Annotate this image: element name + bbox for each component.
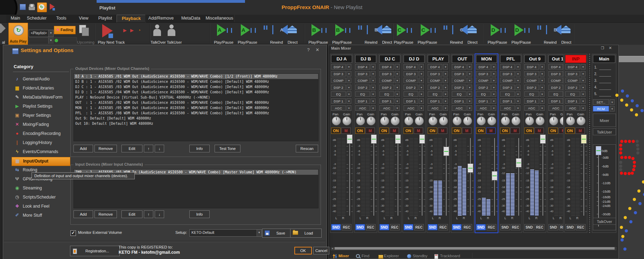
- channel-header-mon[interactable]: MON: [476, 55, 497, 63]
- play-pause-d-fading-button[interactable]: D: [514, 24, 524, 36]
- chevron-down-icon[interactable]: ▼: [346, 85, 351, 90]
- talkuser-button[interactable]: TalkUser: [164, 40, 184, 44]
- channel-mute-button[interactable]: M: [575, 128, 585, 134]
- tab-playback[interactable]: Playback: [117, 15, 146, 22]
- snd-button[interactable]: SND: [331, 224, 341, 230]
- dsp-button-dsp-3[interactable]: DSP 3: [331, 71, 346, 77]
- dsp-button-agc[interactable]: AGC: [524, 105, 539, 111]
- chevron-down-icon[interactable]: ▼: [610, 99, 615, 105]
- move-down-button[interactable]: ↓: [155, 145, 164, 152]
- sidebar-item-playlist-settings[interactable]: ▶Playlist Settings: [12, 102, 70, 111]
- dsp-button-dsp-4[interactable]: DSP 4: [524, 64, 539, 70]
- main-slot-5[interactable]: 5.: [594, 92, 615, 98]
- chevron-down-icon[interactable]: ▼: [516, 64, 520, 70]
- dsp-button-dsp-1[interactable]: DSP 1: [500, 98, 515, 104]
- chevron-down-icon[interactable]: ▼: [491, 98, 496, 104]
- chevron-down-icon[interactable]: ▼: [395, 78, 400, 83]
- rewind-c-button[interactable]: C: [461, 25, 468, 35]
- chevron-down-icon[interactable]: ▼: [443, 71, 448, 77]
- main-fader-handle[interactable]: [596, 146, 601, 155]
- chevron-down-icon[interactable]: ▼: [540, 98, 545, 104]
- dsp-button-dsp-4[interactable]: DSP 4: [565, 64, 580, 70]
- snd-button[interactable]: SND: [524, 224, 534, 230]
- chevron-down-icon[interactable]: ▼: [491, 64, 496, 70]
- channel-mute-button[interactable]: M: [534, 128, 544, 134]
- chevron-down-icon[interactable]: ▼: [395, 98, 400, 104]
- volume-fader-handle[interactable]: [468, 164, 473, 173]
- chevron-down-icon[interactable]: ▼: [346, 91, 351, 97]
- dsp-button-dsp-1[interactable]: DSP 1: [379, 98, 394, 104]
- dsp-button-dsp-2[interactable]: DSP 2: [452, 85, 467, 90]
- ok-button[interactable]: OK: [294, 247, 312, 254]
- chevron-down-icon[interactable]: ▼: [610, 106, 615, 111]
- input-info-button[interactable]: Info: [189, 210, 210, 218]
- rewind-b-button[interactable]: B: [375, 25, 382, 35]
- small-stack-icons[interactable]: ▐▐: [536, 26, 541, 29]
- channel-header-main[interactable]: Main: [593, 55, 615, 63]
- chevron-down-icon[interactable]: ▼: [491, 78, 496, 83]
- volume-fader-handle[interactable]: [371, 135, 377, 144]
- rec-button[interactable]: REC: [462, 224, 472, 230]
- main-slot-1[interactable]: 1.: [594, 65, 615, 72]
- dsp-button-dsp-3[interactable]: DSP 3: [428, 71, 442, 77]
- chevron-down-icon[interactable]: ▼: [395, 71, 400, 77]
- pan-knob[interactable]: [525, 116, 534, 125]
- sidebar-item-metadata-waveform[interactable]: ✎MetaData/WaveForm: [12, 93, 70, 102]
- close-icon[interactable]: ✕: [315, 47, 320, 52]
- chevron-down-icon[interactable]: ▼: [581, 85, 586, 90]
- play-pause-d-button[interactable]: D: [491, 24, 500, 36]
- dsp-button-dsp-3[interactable]: DSP 3: [565, 71, 580, 77]
- dsp-button-comp[interactable]: COMP: [565, 78, 580, 83]
- volume-fader-handle[interactable]: [492, 171, 497, 180]
- chevron-down-icon[interactable]: ▼: [346, 64, 351, 70]
- talkover-button[interactable]: TalkOver: [593, 218, 616, 225]
- chevron-down-icon[interactable]: ▼: [419, 71, 424, 77]
- dsp-button-comp[interactable]: COMP: [500, 78, 515, 83]
- dsp-button-comp[interactable]: COMP: [355, 78, 370, 83]
- channel-mute-button[interactable]: M: [341, 128, 351, 134]
- dsp-button-comp[interactable]: COMP: [404, 78, 418, 83]
- chevron-down-icon[interactable]: ▼: [540, 78, 545, 83]
- input-edit-button[interactable]: Edit: [121, 210, 142, 218]
- bottom-tab-trackboard[interactable]: Trackboard: [434, 253, 472, 259]
- chevron-down-icon[interactable]: ▼: [516, 105, 520, 111]
- set-button[interactable]: SET...: [593, 99, 609, 105]
- dsp-button-dsp-2[interactable]: DSP 2: [500, 85, 515, 90]
- tab-miscellaneous[interactable]: Miscellaneous: [205, 15, 234, 22]
- dsp-button-comp[interactable]: COMP: [379, 78, 394, 83]
- pan-knob[interactable]: [356, 116, 365, 125]
- move-up-button[interactable]: ↑: [144, 210, 153, 218]
- chevron-down-icon[interactable]: ▼: [467, 64, 472, 70]
- chevron-down-icon[interactable]: ▼: [516, 78, 520, 83]
- direct-c-button[interactable]: [468, 26, 477, 33]
- chevron-down-icon[interactable]: ▼: [395, 91, 400, 97]
- chevron-down-icon[interactable]: ▼: [540, 85, 545, 90]
- dsp-button-agc[interactable]: AGC: [355, 105, 370, 111]
- device-row[interactable]: DJ A : 1 - ASI6585 /01 WDM Out (AudioSci…: [74, 74, 318, 79]
- input-add-button[interactable]: Add: [74, 210, 93, 218]
- chevron-down-icon[interactable]: ▼: [581, 98, 586, 104]
- channel-on-button[interactable]: ON: [379, 128, 389, 134]
- snd-button[interactable]: SND: [379, 224, 389, 230]
- rec-button[interactable]: REC: [390, 224, 400, 230]
- rec-button[interactable]: REC: [342, 224, 351, 230]
- play-pause-c-fading-button[interactable]: C: [421, 24, 430, 36]
- chevron-down-icon[interactable]: ▼: [467, 91, 472, 97]
- tab-metadata[interactable]: MetaData: [177, 15, 205, 22]
- maximize-icon[interactable]: ❐: [601, 46, 604, 50]
- dsp-button-dsp-2[interactable]: DSP 2: [476, 85, 491, 90]
- device-row[interactable]: Out 9: Default [Default] WDM 48000Hz: [74, 116, 318, 121]
- dsp-button-dsp-3[interactable]: DSP 3: [548, 71, 563, 77]
- sidebar-item-encoding-recording[interactable]: ●Encoding/Recording: [12, 130, 70, 138]
- small-stack-icons[interactable]: ▐▐: [262, 26, 267, 29]
- chevron-down-icon[interactable]: ▼: [371, 98, 376, 104]
- rcm-button[interactable]: RCM: [593, 106, 609, 111]
- play-pause-c-button[interactable]: C: [397, 24, 406, 36]
- fader-track[interactable]: [470, 138, 471, 216]
- channel-header-inp[interactable]: INP: [565, 55, 586, 63]
- channel-mute-button[interactable]: M: [462, 128, 471, 134]
- chevron-down-icon[interactable]: ▼: [467, 98, 472, 104]
- dsp-button-agc[interactable]: AGC: [404, 105, 418, 111]
- sidebar-item-streaming[interactable]: ◉Streaming: [12, 184, 70, 193]
- dsp-button-dsp-1[interactable]: DSP 1: [331, 98, 346, 104]
